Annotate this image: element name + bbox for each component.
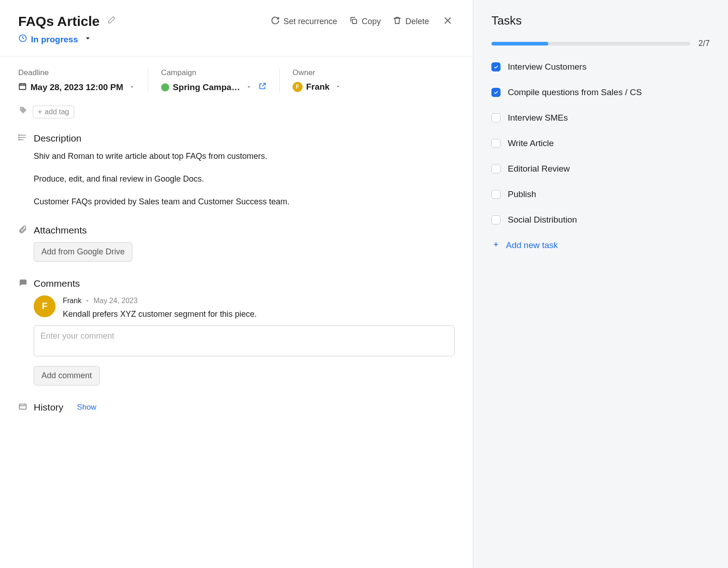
- plus-icon: [492, 240, 500, 250]
- owner-dropdown[interactable]: F Frank: [293, 82, 342, 92]
- copy-label: Copy: [362, 17, 381, 26]
- separator: •: [86, 297, 89, 304]
- task-label: Publish: [508, 189, 536, 199]
- description-icon: [18, 133, 27, 144]
- add-from-drive-button[interactable]: Add from Google Drive: [34, 242, 132, 262]
- task-checkbox[interactable]: [491, 88, 500, 97]
- copy-icon: [349, 16, 358, 27]
- divider: [0, 56, 473, 56]
- campaign-dropdown[interactable]: Spring Campa…: [161, 82, 267, 92]
- task-item[interactable]: Write Article: [491, 138, 710, 148]
- calendar-icon: [18, 82, 27, 93]
- tasks-title: Tasks: [491, 14, 710, 28]
- set-recurrence-button[interactable]: Set recurrence: [271, 16, 337, 27]
- recurrence-icon: [271, 16, 280, 27]
- edit-icon[interactable]: [106, 15, 116, 27]
- svg-rect-6: [20, 404, 26, 409]
- task-checkbox[interactable]: [491, 139, 500, 148]
- task-item[interactable]: Editorial Review: [491, 164, 710, 174]
- trash-icon: [393, 16, 402, 27]
- description-body: Shiv and Roman to write article about to…: [18, 150, 455, 208]
- task-label: Editorial Review: [508, 164, 570, 174]
- close-icon[interactable]: [441, 14, 455, 29]
- clock-icon: [18, 34, 27, 45]
- task-label: Social Distribution: [508, 215, 577, 225]
- chevron-down-icon: [129, 82, 135, 92]
- task-checkbox[interactable]: [491, 215, 500, 224]
- paperclip-icon: [18, 225, 27, 236]
- owner-label: Owner: [293, 68, 342, 77]
- task-checkbox[interactable]: [491, 164, 500, 173]
- owner-value: Frank: [306, 82, 330, 92]
- deadline-label: Deadline: [18, 68, 135, 77]
- task-item[interactable]: Publish: [491, 189, 710, 199]
- tag-icon: [18, 106, 28, 118]
- task-item[interactable]: Interview Customers: [491, 62, 710, 72]
- comment-input[interactable]: [34, 325, 455, 356]
- campaign-label: Campaign: [161, 68, 267, 77]
- comment-author: Frank: [63, 297, 81, 304]
- history-show-link[interactable]: Show: [77, 403, 96, 412]
- task-label: Interview SMEs: [508, 113, 568, 123]
- task-label: Write Article: [508, 138, 554, 148]
- svg-point-4: [19, 137, 20, 138]
- owner-avatar: F: [293, 82, 303, 92]
- add-new-task-button[interactable]: Add new task: [491, 240, 558, 250]
- add-new-task-label: Add new task: [506, 240, 558, 250]
- tasks-progress-text: 2/7: [698, 39, 710, 48]
- task-item[interactable]: Compile questions from Sales / CS: [491, 87, 710, 97]
- task-checkbox[interactable]: [491, 113, 500, 122]
- history-title: History: [34, 402, 63, 413]
- plus-icon: +: [38, 108, 42, 116]
- task-item[interactable]: Interview SMEs: [491, 113, 710, 123]
- status-label: In progress: [31, 35, 78, 45]
- comment-text: Kendall prefers XYZ customer segment for…: [63, 308, 455, 321]
- task-label: Compile questions from Sales / CS: [508, 87, 642, 97]
- deadline-dropdown[interactable]: May 28, 2023 12:00 PM: [18, 82, 135, 93]
- comments-title: Comments: [34, 278, 80, 289]
- add-tag-label: add tag: [45, 108, 69, 116]
- status-dropdown[interactable]: In progress: [18, 34, 455, 45]
- campaign-color-dot: [161, 83, 169, 91]
- svg-rect-0: [352, 19, 356, 23]
- delete-button[interactable]: Delete: [393, 16, 429, 27]
- history-icon: [18, 402, 27, 413]
- page-title: FAQs Article: [18, 14, 100, 29]
- add-tag-button[interactable]: + add tag: [33, 106, 74, 118]
- copy-button[interactable]: Copy: [349, 16, 381, 27]
- task-label: Interview Customers: [508, 62, 586, 72]
- chevron-down-icon: [335, 82, 341, 92]
- task-checkbox[interactable]: [491, 62, 500, 71]
- task-item[interactable]: Social Distribution: [491, 215, 710, 225]
- chevron-down-icon: [246, 82, 252, 92]
- description-title: Description: [34, 133, 81, 144]
- add-comment-button[interactable]: Add comment: [34, 366, 100, 385]
- set-recurrence-label: Set recurrence: [283, 17, 337, 26]
- svg-point-5: [19, 139, 20, 140]
- svg-point-3: [19, 135, 20, 136]
- deadline-value: May 28, 2023 12:00 PM: [30, 82, 123, 92]
- task-checkbox[interactable]: [491, 190, 500, 199]
- campaign-value: Spring Campa…: [173, 82, 240, 92]
- external-link-icon[interactable]: [258, 82, 267, 92]
- svg-rect-2: [19, 84, 25, 90]
- attachments-title: Attachments: [34, 225, 87, 236]
- comment-avatar: F: [34, 295, 56, 317]
- chevron-down-icon: [83, 34, 92, 45]
- tasks-progress-bar: [491, 42, 690, 46]
- comment-icon: [18, 278, 27, 289]
- delete-label: Delete: [405, 17, 429, 26]
- comment-date: May 24, 2023: [93, 297, 137, 304]
